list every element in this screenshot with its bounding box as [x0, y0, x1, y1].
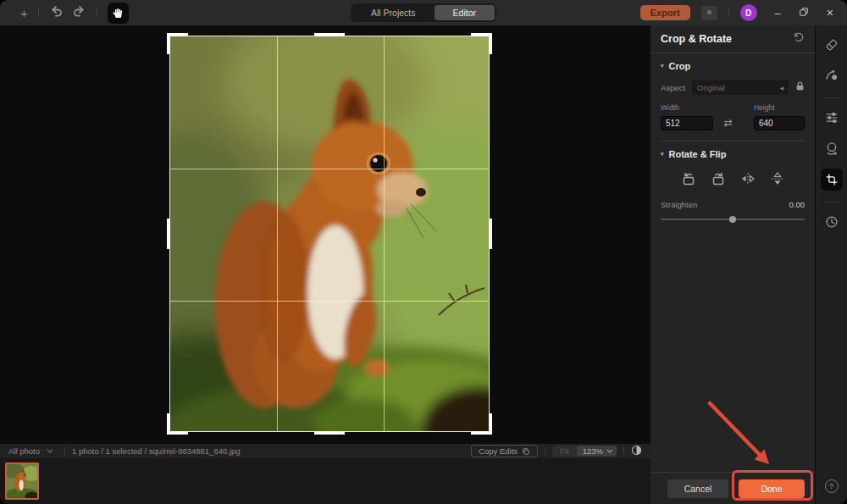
straighten-value: 0.00 [789, 200, 805, 209]
crop-region[interactable] [169, 36, 490, 432]
straighten-label: Straighten [661, 200, 697, 209]
flip-horizontal-icon[interactable] [739, 170, 756, 187]
eraser-tool-icon[interactable] [824, 37, 839, 56]
sidebar-divider [825, 202, 839, 202]
thumbnail-squirrel-selected[interactable] [5, 462, 39, 500]
before-after-icon[interactable] [631, 445, 642, 457]
toolbar-divider [38, 8, 39, 17]
straighten-slider[interactable] [661, 216, 805, 223]
chevron-down-icon [606, 447, 612, 453]
cancel-button[interactable]: Cancel [667, 479, 728, 498]
status-divider [545, 447, 545, 455]
copy-icon [522, 447, 530, 456]
history-icon[interactable] [824, 214, 839, 233]
height-label: Height [754, 103, 805, 112]
filmstrip [0, 458, 650, 504]
rotate-left-icon[interactable] [680, 170, 697, 187]
collapse-icon: ▾ [661, 151, 664, 158]
collapse-icon: ▾ [661, 63, 664, 69]
adjustments-icon[interactable] [824, 110, 839, 129]
reshape-tool-icon[interactable] [824, 141, 839, 159]
retouch-tool-icon[interactable] [824, 68, 839, 86]
chevron-down-icon [47, 447, 53, 453]
crop-section: ▾ Crop Aspect Original ◀ Width [650, 53, 815, 141]
tab-all-projects[interactable]: All Projects [352, 5, 435, 20]
tools-sidebar: ? [815, 25, 847, 504]
reset-icon[interactable] [793, 31, 805, 47]
crop-handle-bottom[interactable] [314, 431, 345, 435]
crop-rotate-panel: Crop & Rotate ▾ Crop Aspect Original ◀ [650, 25, 815, 504]
zoom-control: Fit 123% [552, 446, 617, 457]
done-button[interactable]: Done [739, 479, 805, 498]
width-label: Width [661, 103, 713, 112]
notifications-icon[interactable] [701, 6, 717, 20]
redo-icon[interactable] [73, 4, 86, 21]
photo-squirrel[interactable] [169, 36, 490, 432]
crop-handle-top-right[interactable] [471, 33, 492, 54]
hand-tool-button[interactable] [108, 3, 129, 24]
crop-handle-bottom-right[interactable] [471, 413, 492, 435]
status-divider [64, 447, 65, 455]
rotate-section-header[interactable]: ▾ Rotate & Flip [661, 149, 805, 159]
selection-info: 1 photo / 1 selected / squirrel-9834881_… [72, 446, 241, 456]
view-switcher: All Projects Editor [351, 3, 496, 22]
aspect-lock-icon[interactable] [795, 80, 805, 95]
toolbar-divider [728, 8, 729, 17]
hand-icon [112, 7, 125, 19]
sidebar-divider [825, 97, 839, 98]
tab-editor[interactable]: Editor [435, 5, 495, 20]
crop-grid-line [277, 36, 278, 431]
width-input[interactable] [661, 116, 713, 130]
zoom-level-value: 123% [583, 446, 603, 456]
app-window: + [0, 0, 847, 504]
rotate-section-label: Rotate & Flip [669, 149, 727, 159]
crop-grid-line [170, 301, 489, 302]
dropdown-arrow-icon: ◀ [779, 85, 783, 91]
slider-thumb[interactable] [729, 216, 736, 223]
copy-edits-label: Copy Edits [479, 446, 518, 456]
fit-button[interactable]: Fit [552, 446, 577, 457]
close-button[interactable]: × [827, 6, 833, 19]
panel-title: Crop & Rotate [661, 33, 793, 45]
aspect-value: Original [697, 83, 779, 92]
editor-canvas[interactable] [0, 25, 650, 444]
crop-handle-bottom-left[interactable] [167, 413, 188, 435]
crop-handle-left[interactable] [167, 219, 170, 249]
crop-section-header[interactable]: ▾ Crop [661, 61, 805, 71]
panel-footer: Cancel Done [650, 472, 815, 504]
crop-handle-right[interactable] [489, 219, 492, 249]
rotate-right-icon[interactable] [710, 170, 727, 187]
height-input[interactable] [754, 116, 805, 130]
crop-tool-button[interactable] [821, 169, 843, 191]
crop-handle-top[interactable] [314, 33, 345, 36]
aspect-select[interactable]: Original ◀ [692, 80, 789, 95]
photo-filter-dropdown[interactable]: All photo [8, 446, 40, 456]
zoom-level-dropdown[interactable]: 123% [577, 446, 617, 457]
undo-icon[interactable] [49, 4, 63, 21]
crop-section-label: Crop [669, 61, 691, 71]
top-toolbar: + [0, 0, 847, 25]
status-divider [623, 447, 624, 455]
copy-edits-button[interactable]: Copy Edits [471, 445, 538, 457]
add-photos-icon[interactable]: + [20, 7, 28, 19]
toolbar-divider [97, 8, 97, 17]
crop-grid-line [384, 36, 385, 431]
minimize-button[interactable]: – [775, 7, 781, 19]
flip-vertical-icon[interactable] [769, 170, 786, 187]
rotate-flip-section: ▾ Rotate & Flip [650, 141, 815, 223]
swap-dimensions-icon[interactable]: ⇄ [724, 117, 733, 129]
crop-grid-line [170, 169, 489, 169]
aspect-label: Aspect [661, 83, 685, 92]
status-bar: All photo 1 photo / 1 selected / squirre… [0, 444, 650, 458]
maximize-button[interactable] [799, 5, 809, 20]
user-avatar[interactable]: D [740, 4, 757, 21]
crop-icon [825, 173, 839, 186]
crop-handle-top-left[interactable] [167, 33, 188, 54]
help-button[interactable]: ? [825, 479, 839, 493]
export-button[interactable]: Export [640, 5, 690, 20]
